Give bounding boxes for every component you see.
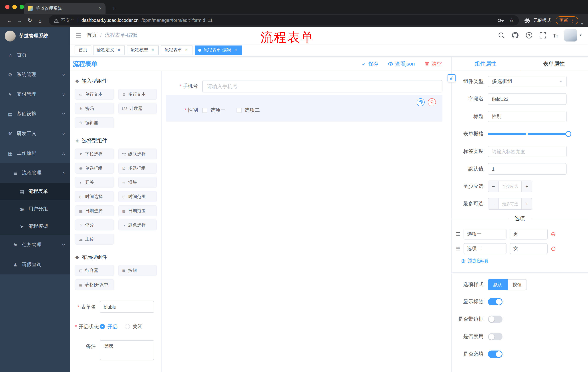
sidebar-item-payment[interactable]: ¥ 支付管理 ∨ [0,85,70,104]
sidebar-item-system[interactable]: ⚙ 系统管理 ∨ [0,65,70,85]
close-icon[interactable]: ✕ [184,48,189,53]
plus-button[interactable]: + [521,181,532,192]
help-icon[interactable]: ? [525,32,533,39]
tab-component-props[interactable]: 组件属性 [452,57,520,71]
forward-icon[interactable]: → [15,15,25,25]
add-option-button[interactable]: ⊕添加选项 [461,258,588,264]
chip-color-picker[interactable]: ◑颜色选择 [118,220,157,230]
slider-handle[interactable] [566,131,571,137]
style-button-button[interactable]: 按钮 [508,279,527,290]
github-icon[interactable] [512,32,519,39]
clear-button[interactable]: 清空 [424,61,442,67]
close-icon[interactable]: ✕ [150,48,155,53]
show-label-toggle[interactable] [488,298,503,305]
chip-radio-group[interactable]: ◉单选框组 [75,163,114,174]
label-width-input[interactable] [488,146,567,157]
chip-upload[interactable]: ☁上传 [75,234,114,244]
chip-rate[interactable]: ☆评分 [75,220,114,230]
option-1-value-input[interactable] [510,229,547,240]
close-icon[interactable]: ✕ [116,48,121,53]
tag-home[interactable]: 首页 [75,45,91,55]
chip-single-line-text[interactable]: ▭单行文本 [75,89,114,100]
remark-textarea[interactable]: 嘿嘿 [100,340,154,360]
chevron-down-icon[interactable]: ▼ [580,22,584,27]
breadcrumb-root[interactable]: 首页 [87,32,97,39]
sidebar-item-leave-query[interactable]: ♟ 请假查询 [0,255,70,275]
disabled-toggle[interactable] [488,333,503,340]
save-button[interactable]: ✓保存 [361,61,378,67]
browser-tab[interactable]: 芋道管理系统 ✕ [24,3,105,14]
sidebar-item-devtools[interactable]: ⚒ 研发工具 ∨ [0,124,70,143]
max-select-value[interactable]: 最多可选 [499,198,521,209]
chip-checkbox-group[interactable]: ☑多选框组 [118,163,157,174]
chip-multi-line-text[interactable]: ≣多行文本 [118,89,157,100]
remove-option-icon[interactable]: ⊖ [551,245,556,252]
tab-close-icon[interactable]: ✕ [99,6,102,11]
sidebar-item-home[interactable]: ⌂ 首页 [0,45,70,65]
checkbox-option-2[interactable]: 选项二 [237,107,260,114]
minus-button[interactable]: − [488,181,499,192]
delete-field-button[interactable] [428,98,436,106]
home-icon[interactable]: ⌂ [35,15,45,25]
new-tab-button[interactable]: + [109,4,119,13]
chip-time-picker[interactable]: ◷时间选择 [75,191,114,202]
title-input[interactable] [488,111,567,122]
sidebar-item-user-group[interactable]: ◉ 用户分组 [0,200,70,218]
user-menu[interactable]: ▼ [564,29,582,42]
back-icon[interactable]: ← [4,15,15,25]
min-select-value[interactable]: 至少应选 [499,181,521,192]
close-icon[interactable]: ✕ [233,48,238,53]
sidebar-item-infrastructure[interactable]: ▤ 基础设施 ∨ [0,104,70,124]
reload-icon[interactable]: ↻ [25,15,35,25]
field-name-input[interactable] [488,93,567,105]
default-value-input[interactable] [488,163,567,175]
grid-slider[interactable] [488,128,569,140]
address-bar[interactable]: 不安全 | dashboard.yudao.iocoder.cn/bpm/man… [49,15,519,25]
with-border-toggle[interactable] [488,316,503,323]
chip-button[interactable]: ▣按钮 [118,265,157,276]
sidebar-item-process-form[interactable]: ▤ 流程表单 [0,183,70,200]
bookmark-star-icon[interactable]: ☆ [509,18,514,23]
tag-process-form-edit[interactable]: 流程表单-编辑✕ [195,45,242,55]
tag-process-form[interactable]: 流程表单✕ [161,45,192,55]
tab-form-props[interactable]: 表单属性 [520,57,588,71]
chip-date-picker[interactable]: ▦日期选择 [75,205,114,216]
remove-option-icon[interactable]: ⊖ [551,231,556,237]
field-phone[interactable]: 手机号 [166,80,442,93]
security-status[interactable]: 不安全 [54,17,74,23]
font-size-icon[interactable]: TT [553,32,558,38]
option-1-label-input[interactable] [463,229,506,240]
chip-counter[interactable]: 123计数器 [118,103,157,114]
chip-date-range[interactable]: ▦日期范围 [118,205,157,216]
component-type-select[interactable]: 多选框组▼ [488,76,567,87]
key-icon[interactable] [497,17,504,24]
form-name-input[interactable] [100,301,154,313]
chip-cascader[interactable]: ⌥级联选择 [118,149,157,159]
status-off-radio[interactable]: 关闭 [125,321,143,332]
field-gender-selected[interactable]: 性别 选项一 选项二 [166,95,442,122]
status-on-radio[interactable]: 开启 [100,321,117,332]
sidebar-logo[interactable]: 芋道管理系统 [0,27,70,45]
phone-input[interactable] [202,80,442,93]
chip-row-container[interactable]: ▢行容器 [75,265,114,276]
plus-button[interactable]: + [521,198,532,209]
close-window-button[interactable] [5,5,10,9]
minus-button[interactable]: − [488,198,499,209]
sidebar-item-process-management[interactable]: ≣ 流程管理 ∧ [0,163,70,183]
view-json-button[interactable]: 查看json [388,61,415,67]
chip-time-range[interactable]: ◴时间范围 [118,191,157,202]
option-2-value-input[interactable] [510,243,547,254]
option-2-label-input[interactable] [463,243,506,254]
chip-dropdown-select[interactable]: ▼下拉选择 [75,149,114,159]
chip-editor[interactable]: ✎编辑器 [75,117,114,128]
chip-table-wip[interactable]: ▦表格[开发中] [75,279,114,290]
minimize-window-button[interactable] [12,5,17,9]
sidebar-item-task-management[interactable]: ⚑ 任务管理 ∨ [0,235,70,255]
browser-menu-icon[interactable]: ⋮ [570,18,575,23]
fullscreen-icon[interactable] [539,32,546,39]
required-toggle[interactable] [488,351,503,358]
drag-handle-icon[interactable]: ☰ [456,231,460,237]
style-default-button[interactable]: 默认 [488,279,508,290]
maximize-window-button[interactable] [20,5,24,9]
sidebar-item-process-model[interactable]: ➤ 流程模型 [0,218,70,235]
